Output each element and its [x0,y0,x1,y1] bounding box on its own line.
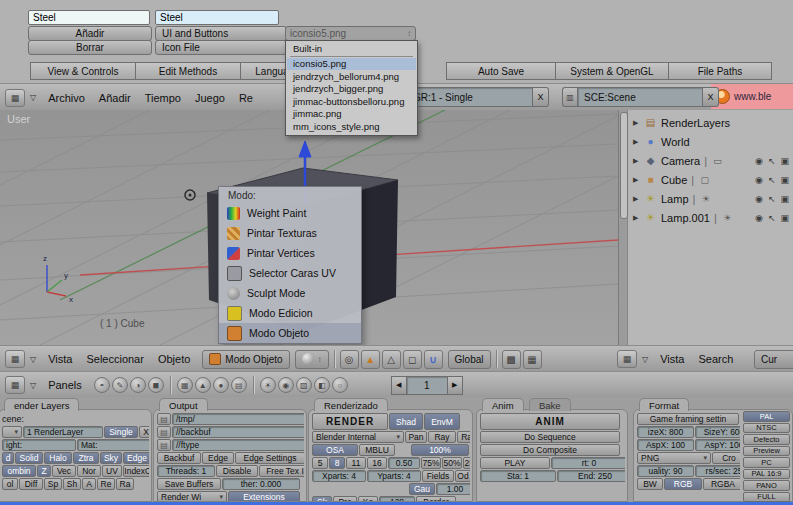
folder-icon[interactable]: ▤ [157,413,171,425]
defecto-button[interactable]: Defecto [743,434,790,445]
ke-button[interactable]: Ke [358,496,378,501]
pal-button[interactable]: PAL [743,411,790,422]
threads-1-field[interactable]: Threads: 1 [157,465,215,477]
add-theme-button[interactable]: Añadir [28,26,152,41]
render-icon[interactable]: ▣ [780,194,789,204]
eye-icon[interactable]: ◉ [755,213,763,223]
expand-arrow-icon[interactable]: ▶ [633,176,640,184]
material-icon[interactable]: ◉ [278,377,294,393]
mode-menu-item-pintar-vertices[interactable]: Pintar Vertices [219,243,361,263]
rs-sec-25-field[interactable]: rs/sec: 25 [695,465,740,477]
outliner-scrollbar[interactable] [619,110,628,345]
eye-icon[interactable]: ◉ [755,194,763,204]
8-button[interactable]: 8 [329,457,345,469]
radiosity-icon[interactable]: ◧ [314,377,330,393]
aspy-100-field[interactable]: AspY: 100 [695,439,740,451]
xparts-4-field[interactable]: Xparts: 4 [312,470,366,482]
16-button[interactable]: 16 [367,457,387,469]
chevron-down-icon[interactable]: ▽ [30,355,36,364]
ztra-button[interactable]: Ztra [73,452,99,464]
expand-arrow-icon[interactable]: ▶ [633,138,640,146]
frame-next-button[interactable]: ▶ [447,376,463,395]
lamp-data-icon[interactable]: ☀ [699,194,712,204]
blender-internal-dropdown[interactable]: Blender Internal▾ [312,431,404,443]
uality-90-field[interactable]: uality: 90 [637,465,694,477]
prefs-tab-view-controls[interactable]: View & Controls [30,62,136,80]
scene-browse-icon[interactable]: ▥ [562,87,577,107]
pano-button[interactable]: PANO [743,480,790,491]
viewport-shading-dropdown[interactable]: ↕ [295,350,329,369]
pc-button[interactable]: PC [743,457,790,468]
cursor-icon[interactable]: ↖ [768,213,776,223]
script-icon[interactable]: ✎ [112,377,128,393]
ombin-button[interactable]: ombin [2,465,36,477]
prefs-tab-system-opengl[interactable]: System & OpenGL [555,62,669,80]
screen-close-button[interactable]: X [533,87,549,107]
100-button[interactable]: 100% [411,444,469,456]
expand-arrow-icon[interactable]: ▶ [633,119,640,127]
frame-prev-button[interactable]: ◀ [391,376,407,395]
0-50-field[interactable]: 0.50 [388,457,420,469]
mode-menu-item-weight-paint[interactable]: Weight Paint [219,203,361,223]
save-buffers-button[interactable]: Save Buffers [157,478,221,490]
menu-option-iconsio5-png[interactable]: iconsio5.png [287,58,416,71]
halo-button[interactable]: Halo [44,452,72,464]
vec-button[interactable]: Vec [52,465,76,477]
do-sequence-button[interactable]: Do Sequence [480,431,620,443]
theme-copy-input[interactable] [155,10,279,25]
shad-button[interactable]: Shad [389,413,423,430]
single-button[interactable]: Single [104,426,138,438]
gau-button[interactable]: Gau [409,483,435,495]
ther-0-000-field[interactable]: ther: 0.000 [222,478,300,490]
folder-icon[interactable]: ▤ [157,426,171,438]
mode-menu-item-modo-objeto[interactable]: Modo Objeto [219,323,361,343]
bw-button[interactable]: BW [637,478,663,490]
menu-option-jendrzych-bigger-png[interactable]: jendrzych_bigger.png [287,83,416,96]
physics-icon[interactable]: ○ [332,377,348,393]
transform-orientation-dropdown[interactable]: Global [448,350,491,369]
icon-file-combo[interactable]: iconsio5.png ↕ [285,26,416,41]
view3d-editor-icon[interactable]: ▦ [5,350,25,368]
chevron-down-icon[interactable]: ▽ [642,355,648,364]
mblu-button[interactable]: MBLU [359,444,395,456]
rt-0-field[interactable]: rt: 0 [551,457,625,469]
scrollbar-thumb[interactable] [620,112,628,219]
texture-icon[interactable]: ▨ [296,377,312,393]
rgb-button[interactable]: RGB [664,478,702,490]
pivot-icon[interactable]: ◎ [340,350,359,369]
sp-button[interactable]: Sp [44,478,62,490]
png-dropdown[interactable]: PNG▾ [637,452,711,464]
folder-icon[interactable]: ▤ [157,439,171,451]
edge-button[interactable]: Edge [123,452,149,464]
ray-button[interactable]: Ray [428,431,456,443]
bake-panel-tab[interactable]: Bake [529,398,571,411]
view3d-menu-objeto[interactable]: Objeto [151,353,197,365]
edge-button[interactable]: Edge [202,452,234,464]
backbuf-field[interactable]: //backbuf [172,426,304,438]
image-icon[interactable]: ▤ [231,377,247,393]
cursor-icon[interactable]: ↖ [768,175,776,185]
menu-option-jendrzych-bellorum4-png[interactable]: jendrzych_bellorum4.png [287,70,416,83]
frame-number-field[interactable]: 1 [407,376,447,395]
75-button[interactable]: 75% [421,457,441,469]
expand-arrow-icon[interactable]: ▶ [633,214,640,222]
extensions-button[interactable]: Extensions [228,491,300,501]
d-button[interactable]: d [2,452,14,464]
panels-menu[interactable]: Panels [41,379,89,391]
prefs-tab-file-paths[interactable]: File Paths [668,62,772,80]
diff-button[interactable]: Diff [19,478,43,490]
world-icon[interactable]: ● [213,377,229,393]
do-composite-button[interactable]: Do Composite [480,444,620,456]
aspx-100-field[interactable]: AspX: 100 [637,439,694,451]
ntsc-button[interactable]: NTSC [743,423,790,434]
indexo-button[interactable]: IndexO [123,465,149,477]
uv-button[interactable]: UV [102,465,122,477]
50-button[interactable]: 50% [442,457,462,469]
disable-button[interactable]: Disable [216,465,258,477]
render-icon[interactable]: ▣ [780,213,789,223]
nor-button[interactable]: Nor [77,465,101,477]
menu-option-mm-icons-style-png[interactable]: mm_icons_style.png [287,120,416,133]
play-button[interactable]: PLAY [480,457,550,469]
menu-option-built-in[interactable]: Built-in [287,42,416,55]
full-button[interactable]: FULL [743,492,790,503]
